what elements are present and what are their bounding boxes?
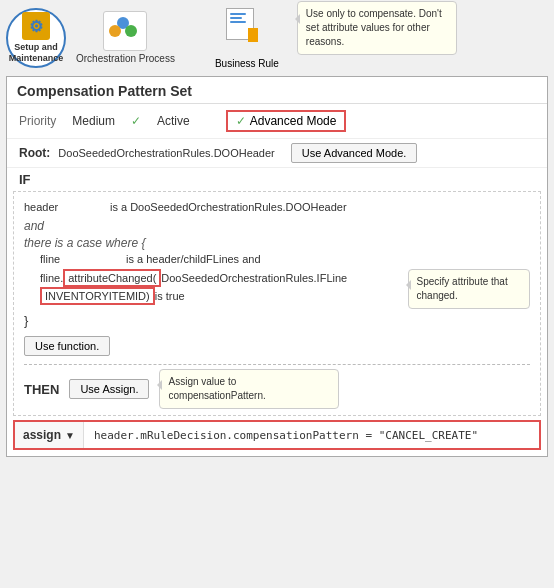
rule-line-close: } <box>24 313 530 328</box>
use-assign-button[interactable]: Use Assign. <box>69 379 149 399</box>
advanced-label: Advanced Mode <box>250 114 337 128</box>
page-container: ⚙ Setup and Maintenance Orchestration Pr… <box>0 0 554 463</box>
business-rule-icon <box>222 6 258 42</box>
fline-attr-line: fline. attributeChanged( DooSeededOrches… <box>40 269 390 305</box>
there-case-text: there is a case where { <box>24 236 145 250</box>
is-childlines-text: is a header/childFLines and <box>126 253 261 265</box>
setup-label: Setup and Maintenance <box>8 42 64 64</box>
if-section: IF <box>7 168 547 187</box>
specify-attr-tooltip: Specify attribute that changed. <box>408 269 530 309</box>
root-label: Root: <box>19 146 50 160</box>
then-label: THEN <box>24 382 59 397</box>
divider <box>24 364 530 365</box>
attr-changed-span: attributeChanged( <box>63 269 161 287</box>
bottom-assign-bar: assign ▼ header.mRuleDecision.compensati… <box>13 420 541 450</box>
active-label: Active <box>157 114 190 128</box>
fline-pre-text: fline. <box>40 272 63 284</box>
rule-line-header: header is a DooSeededOrchestrationRules.… <box>24 201 530 213</box>
orchestration-circles-icon <box>109 17 141 45</box>
assign-dropdown-arrow: ▼ <box>65 430 75 441</box>
main-panel: Compensation Pattern Set Priority Medium… <box>6 76 548 457</box>
active-check: ✓ <box>131 114 141 128</box>
setup-maintenance-icon[interactable]: ⚙ Setup and Maintenance <box>6 8 66 68</box>
biz-rule-tooltip: Use only to compensate. Don't set attrib… <box>297 1 457 55</box>
is-true-text: is true <box>155 290 185 302</box>
specify-attr-text: Specify attribute that changed. <box>417 276 508 301</box>
root-value: DooSeededOrchestrationRules.DOOHeader <box>58 147 274 159</box>
fline-attr-row: fline. attributeChanged( DooSeededOrches… <box>40 269 530 309</box>
close-brace: } <box>24 313 28 328</box>
priority-row: Priority Medium ✓ Active ✓ Advanced Mode <box>7 104 547 139</box>
panel-title: Compensation Pattern Set <box>7 77 547 104</box>
use-advanced-mode-button[interactable]: Use Advanced Mode. <box>291 143 418 163</box>
orchestration-nav[interactable]: Orchestration Process <box>76 11 175 65</box>
assign-tooltip-text: Assign value to compensationPattern. <box>168 376 265 401</box>
and-text: and <box>24 219 44 233</box>
advanced-check: ✓ <box>236 114 246 128</box>
business-rule-nav[interactable]: Business Rule <box>215 6 279 70</box>
inventory-item-span: INVENTORYITEMID) <box>40 287 155 305</box>
gear-icon: ⚙ <box>29 17 43 36</box>
orchestration-label: Orchestration Process <box>76 53 175 65</box>
is-a-text: is a DooSeededOrchestrationRules.DOOHead… <box>110 201 347 213</box>
use-function-row: Use function. <box>24 332 530 360</box>
rule-body: header is a DooSeededOrchestrationRules.… <box>13 191 541 416</box>
header-text: header <box>24 201 104 213</box>
assign-value-display: header.mRuleDecision.compensationPattern… <box>84 425 539 446</box>
rule-line-case: there is a case where { <box>24 236 530 250</box>
if-label: IF <box>19 172 535 187</box>
priority-value: Medium <box>72 114 115 128</box>
assign-label-text: assign <box>23 428 61 442</box>
assign-label-box[interactable]: assign ▼ <box>15 422 84 448</box>
rule-line-fline: fline is a header/childFLines and <box>40 253 530 265</box>
rule-line-and: and <box>24 219 530 233</box>
business-rule-label: Business Rule <box>215 58 279 70</box>
priority-label: Priority <box>19 114 56 128</box>
then-row: THEN Use Assign. Assign value to compens… <box>24 369 530 409</box>
biz-rule-tooltip-text: Use only to compensate. Don't set attrib… <box>306 8 442 47</box>
fline-text: fline <box>40 253 120 265</box>
advanced-mode-box: ✓ Advanced Mode <box>226 110 347 132</box>
root-row: Root: DooSeededOrchestrationRules.DOOHea… <box>7 139 547 168</box>
use-function-button[interactable]: Use function. <box>24 336 110 356</box>
top-nav: ⚙ Setup and Maintenance Orchestration Pr… <box>6 6 548 70</box>
assign-value-tooltip: Assign value to compensationPattern. <box>159 369 339 409</box>
doo-class-text: DooSeededOrchestrationRules.IFLine <box>161 272 347 284</box>
